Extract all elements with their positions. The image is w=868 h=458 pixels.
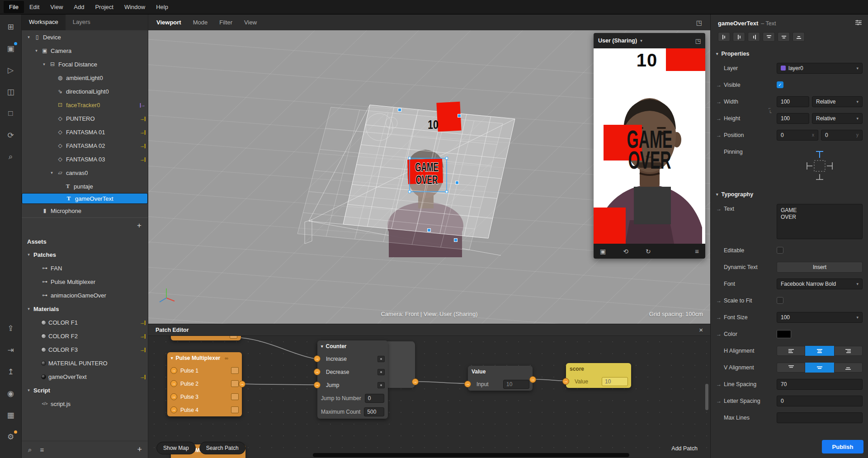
tree-item-fan[interactable]: ⊶FAN <box>22 261 148 275</box>
tree-item-fantasma-02[interactable]: ◇FANTASMA 02→| <box>22 139 148 152</box>
tree-item-puntero[interactable]: ◇PUNTERO→| <box>22 112 148 125</box>
line-spacing-input[interactable]: 70 <box>777 379 863 390</box>
add-asset-button[interactable]: + <box>137 445 142 454</box>
output-port-icon[interactable]: → <box>529 376 536 383</box>
tree-item-script[interactable]: ▾Script <box>22 383 148 397</box>
score-text-3d[interactable]: 10 <box>428 118 438 131</box>
align-top-button[interactable] <box>777 363 805 373</box>
pulse-test-button[interactable] <box>377 369 385 375</box>
align-center-button[interactable] <box>805 346 834 356</box>
patch-arrow-icon[interactable]: → <box>716 204 724 212</box>
tree-item-material-puntero[interactable]: MATERIAL PUNTERO <box>22 356 148 370</box>
input-port-icon[interactable]: → <box>314 355 321 362</box>
input-port-icon[interactable]: → <box>464 381 471 387</box>
patch-node-value[interactable]: Value → Input 10 → <box>468 366 533 391</box>
workspace-panels-icon[interactable]: ⊞ <box>5 21 17 33</box>
upload-icon[interactable]: ↥ <box>5 366 17 378</box>
insert-button[interactable]: Insert <box>777 262 863 273</box>
tree-item-puntaje[interactable]: Tpuntaje <box>22 179 148 193</box>
patch-node-score[interactable]: score → Value 10 <box>566 363 631 388</box>
tree-item-canvas0[interactable]: ▾▱canvas0 <box>22 166 148 179</box>
scale-to-fit-checkbox[interactable] <box>777 297 783 304</box>
popout-simulator-icon[interactable]: ◳ <box>695 38 701 44</box>
blocks-icon[interactable]: ▦ <box>5 409 17 421</box>
collapse-caret-icon[interactable]: ▾ <box>321 344 323 349</box>
camera-icon[interactable]: ▣ <box>5 42 17 54</box>
input-port-icon[interactable]: → <box>170 406 177 413</box>
score-value-input[interactable]: 10 <box>602 377 628 386</box>
properties-section-header[interactable]: ▾ Properties <box>711 46 868 60</box>
search-icon[interactable]: ⌕ <box>5 151 17 163</box>
output-port-icon[interactable]: → <box>412 378 419 385</box>
anchor-top-icon[interactable] <box>763 32 775 42</box>
tree-item-script-js[interactable]: </>script.js <box>22 397 148 411</box>
tree-item-animaciongameover[interactable]: ⊶animacionGameOver <box>22 288 148 302</box>
align-right-button[interactable] <box>834 346 863 356</box>
anchor-middle-icon[interactable] <box>778 32 790 42</box>
value-input[interactable]: 10 <box>503 380 529 389</box>
letter-spacing-input[interactable]: 0 <box>777 396 863 406</box>
patch-node-clipped-top[interactable] <box>171 336 241 340</box>
caret-down-icon[interactable]: ▾ <box>26 252 31 257</box>
jump-to-number-input[interactable]: 0 <box>365 394 384 403</box>
tree-item-fantasma-03[interactable]: ◇FANTASMA 03→| <box>22 152 148 166</box>
text-textarea[interactable]: GAME OVER <box>777 204 863 239</box>
caret-down-icon[interactable]: ▾ <box>26 388 31 392</box>
tab-workspace[interactable]: Workspace <box>22 14 66 30</box>
add-patch-button[interactable]: Add Patch <box>671 445 698 452</box>
tree-item-camera[interactable]: ▾▣Camera <box>22 44 148 57</box>
export-icon[interactable]: ⇪ <box>5 322 17 334</box>
collapse-caret-icon[interactable]: ▾ <box>171 356 173 360</box>
tree-item-gameovertext[interactable]: gameOverText→| <box>22 370 148 383</box>
pulse-value-box[interactable] <box>231 393 239 400</box>
show-map-button[interactable]: Show Map <box>156 442 196 454</box>
position-y-input[interactable]: 0 y <box>821 130 863 141</box>
mode-menu[interactable]: Mode <box>193 19 208 26</box>
tree-item-materials[interactable]: ▾Materials <box>22 302 148 316</box>
input-port-icon[interactable]: → <box>562 378 569 385</box>
patch-arrow-icon[interactable]: → <box>716 297 724 304</box>
horizontal-scrollbar[interactable] <box>313 453 629 457</box>
tree-item-gameovertext[interactable]: TgameOverText <box>22 193 148 204</box>
tree-item-pulse-multiplexer[interactable]: ⊶Pulse Multiplexer <box>22 275 148 288</box>
viewport-menu[interactable]: Viewport <box>156 19 181 26</box>
import-icon[interactable]: ⇥ <box>5 344 17 356</box>
tab-layers[interactable]: Layers <box>66 14 98 30</box>
anchor-left-icon[interactable] <box>718 32 730 42</box>
typography-section-header[interactable]: ▾ Typography <box>711 187 868 200</box>
anchor-right-icon[interactable] <box>748 32 760 42</box>
vertical-scrollbar[interactable] <box>705 384 708 410</box>
popout-viewport-icon[interactable]: ◳ <box>696 19 702 26</box>
simulator-view-select[interactable]: User (Sharing) <box>598 38 637 44</box>
viewport-3d[interactable]: 10 GAME OVER <box>148 30 710 324</box>
filter-icon[interactable]: ≡ <box>40 446 44 453</box>
close-patch-editor-icon[interactable]: × <box>699 326 703 334</box>
pinning-widget[interactable] <box>802 149 837 183</box>
visible-checkbox[interactable]: ✓ <box>777 81 783 88</box>
tree-item-device[interactable]: ▾▯Device <box>22 30 148 44</box>
menu-edit[interactable]: Edit <box>24 1 45 13</box>
caret-down-icon[interactable]: ▾ <box>26 307 31 311</box>
menu-file[interactable]: File <box>4 1 24 13</box>
tree-item-fantasma-01[interactable]: ◇FANTASMA 01→| <box>22 125 148 139</box>
menu-view[interactable]: View <box>45 1 68 13</box>
patch-arrow-icon[interactable]: → <box>716 398 724 404</box>
height-unit-select[interactable]: Relative ▾ <box>812 113 863 124</box>
patch-node-counter[interactable]: ▾ Counter → Increase → Decrease → <box>317 340 388 419</box>
anchor-bottom-icon[interactable] <box>793 32 805 42</box>
tree-item-directionallight0[interactable]: ⇘directionalLight0 <box>22 85 148 98</box>
switch-camera-icon[interactable]: ⟲ <box>623 248 628 255</box>
caret-down-icon[interactable]: ▾ <box>34 48 39 53</box>
font-select[interactable]: Facebook Narrow Bold ▾ <box>777 279 863 289</box>
patch-node-pulse-multiplexer[interactable]: ▾ Pulse Multiplexer ∞ → Pulse 1 → Pulse … <box>167 352 242 416</box>
align-bottom-button[interactable] <box>834 363 863 373</box>
input-port-icon[interactable]: → <box>314 382 321 388</box>
rotate-device-icon[interactable]: ↻ <box>646 248 651 255</box>
patch-arrow-icon[interactable]: → <box>716 132 724 138</box>
position-x-input[interactable]: 0 x <box>777 130 818 141</box>
search-icon[interactable]: ⌕ <box>28 446 32 454</box>
editable-checkbox[interactable] <box>777 247 783 254</box>
pulse-test-button[interactable] <box>377 356 385 362</box>
patch-arrow-icon[interactable]: → <box>716 314 724 321</box>
width-unit-select[interactable]: Relative ▾ <box>812 96 863 107</box>
